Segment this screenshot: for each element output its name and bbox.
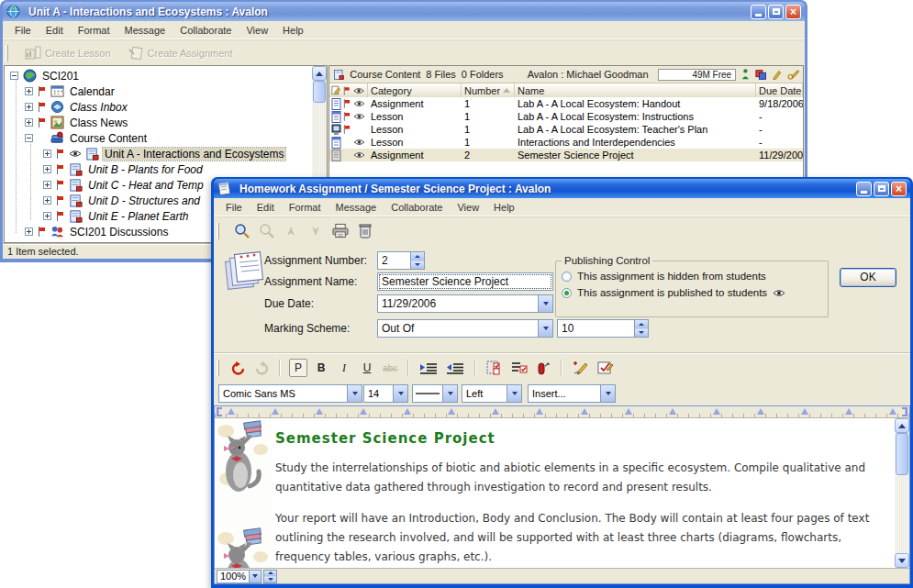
tree-item-calendar[interactable]: Calendar (5, 83, 312, 99)
previous-button-disabled[interactable] (283, 223, 299, 239)
undo-button[interactable] (229, 359, 248, 377)
indent-decrease-button[interactable] (444, 359, 466, 377)
strikethrough-button-disabled[interactable]: abc (381, 359, 399, 377)
tree-item-unit-a[interactable]: Unit A - Interactions and Ecosystems (5, 146, 312, 161)
dropdown-arrow-icon[interactable] (249, 571, 261, 582)
course-window-titlebar[interactable]: Unit A - Interactions and Ecosystems : A… (3, 2, 805, 21)
menu-edit[interactable]: Edit (40, 23, 69, 38)
expand-icon[interactable] (43, 196, 51, 205)
create-assignment-button[interactable]: Create Assignment (122, 46, 239, 61)
signature-button[interactable] (571, 359, 591, 377)
expand-icon[interactable] (43, 165, 51, 173)
indent-increase-button[interactable] (418, 359, 440, 377)
collapse-icon[interactable] (10, 72, 18, 80)
menu-view[interactable]: View (240, 23, 273, 38)
dropdown-arrow-icon[interactable] (538, 320, 552, 337)
expand-icon[interactable] (43, 150, 51, 158)
scroll-up-button[interactable] (895, 418, 909, 433)
underline-button[interactable]: U (358, 359, 376, 377)
menu-format[interactable]: Format (284, 200, 327, 215)
scroll-up-button[interactable] (312, 66, 327, 81)
file-row-selected[interactable]: Assignment 2 Semester Science Project 11… (329, 149, 803, 161)
maximize-button[interactable] (874, 182, 889, 196)
number-spinner[interactable] (410, 252, 424, 269)
radio-selected[interactable] (562, 288, 572, 298)
header-icons[interactable] (329, 83, 368, 97)
dropdown-arrow-icon[interactable] (442, 385, 457, 402)
file-row[interactable]: Lesson 1 Interactions and Interdependenc… (329, 136, 803, 149)
marking-scheme-select[interactable]: Out Of (377, 319, 553, 338)
next-button-disabled[interactable] (307, 223, 324, 239)
italic-button[interactable]: I (335, 359, 353, 377)
close-button[interactable]: × (891, 182, 907, 196)
ok-button[interactable]: OK (840, 268, 896, 287)
paragraph-style-button[interactable]: P (289, 359, 307, 377)
minimize-button[interactable] (751, 5, 766, 19)
expand-icon[interactable] (25, 103, 33, 111)
dropdown-arrow-icon[interactable] (600, 385, 615, 402)
insert-checkbox-button[interactable] (484, 359, 505, 377)
menu-message[interactable]: Message (119, 23, 172, 38)
assignment-window-titlebar[interactable]: Homework Assignment / Semester Science P… (214, 179, 910, 198)
tree-item-class-news[interactable]: Class News (5, 115, 312, 130)
alignment-select[interactable]: Left (462, 384, 522, 403)
copy-icon[interactable] (755, 69, 766, 81)
tree-item-sci201[interactable]: SCI201 (5, 68, 312, 83)
header-name[interactable]: Name (515, 83, 756, 97)
scrollbar-thumb[interactable] (896, 433, 908, 475)
scrollbar-thumb[interactable] (313, 81, 326, 103)
expand-icon[interactable] (25, 227, 33, 236)
maximize-button[interactable] (768, 5, 784, 19)
published-radio-option[interactable]: This assignment is published to students (562, 284, 822, 301)
toolbar-grip[interactable] (217, 360, 219, 376)
dropdown-arrow-icon[interactable] (538, 295, 552, 312)
right-margin-marker[interactable] (902, 407, 907, 416)
document-body[interactable]: Semester Science Project Study the inter… (272, 418, 895, 568)
scroll-down-button[interactable] (895, 553, 909, 568)
menu-edit[interactable]: Edit (251, 200, 280, 215)
marking-amount-input[interactable]: 10 (557, 319, 649, 338)
assignment-name-input[interactable]: Semester Science Project (377, 272, 553, 291)
insert-select[interactable]: Insert... (528, 384, 616, 403)
header-due-date[interactable]: Due Date (756, 83, 803, 97)
file-row[interactable]: Assignment 1 Lab A - A Local Ecosystem: … (329, 97, 803, 110)
expand-icon[interactable] (25, 118, 33, 127)
key-pencil-icon[interactable] (787, 69, 799, 81)
assignment-number-input[interactable]: 2 (377, 251, 425, 270)
dropdown-arrow-icon[interactable] (393, 385, 407, 402)
font-size-select[interactable]: 14 (363, 384, 408, 403)
editor-scrollbar[interactable] (895, 418, 909, 568)
menu-format[interactable]: Format (72, 23, 116, 38)
menu-message[interactable]: Message (330, 200, 383, 215)
file-row[interactable]: Lesson 1 Lab A - A Local Ecosystem: Inst… (329, 110, 803, 123)
zoom-level-select[interactable]: 100% (217, 570, 262, 583)
toolbar-grip[interactable] (217, 223, 219, 239)
redo-button-disabled[interactable] (252, 359, 271, 377)
dropdown-arrow-icon[interactable] (347, 385, 362, 402)
menu-help[interactable]: Help (488, 200, 520, 215)
menu-file[interactable]: File (220, 200, 248, 215)
tree-item-course-content[interactable]: Course Content (5, 130, 312, 146)
tree-item-class-inbox[interactable]: Class Inbox (5, 99, 312, 115)
print-button[interactable] (332, 223, 349, 239)
member-icon[interactable] (741, 68, 750, 81)
expand-icon[interactable] (43, 212, 51, 220)
zoom-button[interactable] (233, 223, 250, 239)
menu-view[interactable]: View (451, 200, 484, 215)
zoom-spinner[interactable] (263, 570, 277, 583)
checkbox-list-button[interactable] (509, 359, 529, 377)
radio-unselected[interactable] (562, 272, 572, 282)
collapse-icon[interactable] (25, 134, 33, 142)
menu-collaborate[interactable]: Collaborate (385, 200, 448, 215)
close-button[interactable]: × (785, 5, 801, 19)
toolbar-grip[interactable] (6, 45, 8, 61)
tree-item-unit-b[interactable]: Unit B - Plants for Food (5, 161, 312, 177)
menu-help[interactable]: Help (277, 23, 309, 38)
due-date-select[interactable]: 11/29/2006 (377, 294, 553, 313)
record-button[interactable] (534, 359, 552, 377)
dropdown-arrow-icon[interactable] (507, 385, 521, 402)
delete-button[interactable] (357, 223, 373, 239)
spellcheck-button[interactable] (596, 359, 616, 377)
minimize-button[interactable] (856, 182, 872, 196)
header-category[interactable]: Category (368, 83, 462, 97)
